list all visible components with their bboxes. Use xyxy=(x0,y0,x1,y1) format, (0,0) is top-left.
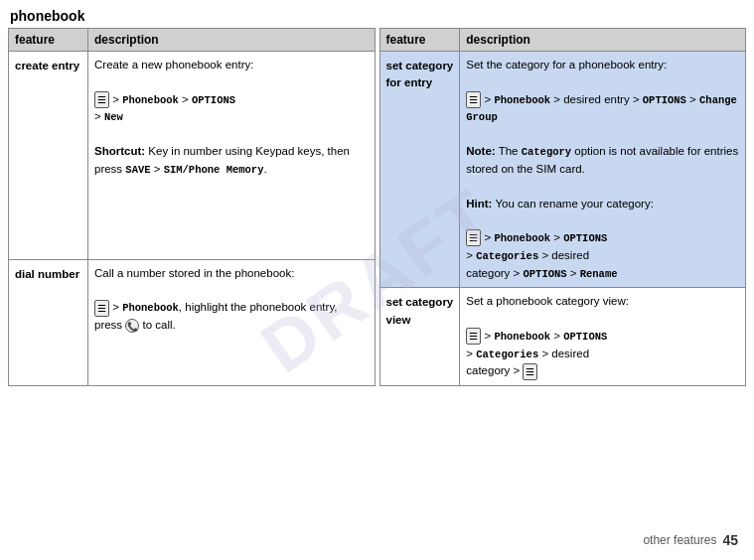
note-text: The Category option is not available for… xyxy=(466,145,738,175)
menu-icon-2: ☰ xyxy=(466,229,481,246)
right-feature-header: feature xyxy=(379,29,460,52)
description-cell: Call a number stored in the phonebook: ☰… xyxy=(88,259,376,385)
left-description-header: description xyxy=(88,29,376,52)
call-icon: 📞 xyxy=(125,319,139,333)
hint-text: You can rename your category: xyxy=(495,198,653,210)
table-row: dial number Call a number stored in the … xyxy=(9,259,376,385)
menu-path-1: > Phonebook > desired entry > OPTIONS > … xyxy=(466,93,737,123)
note-label: Note: xyxy=(466,145,495,157)
footer: other features 45 xyxy=(643,532,738,548)
left-table-header-row: feature description xyxy=(9,29,376,52)
shortcut-label: Shortcut: xyxy=(94,145,145,157)
feature-cell: set categoryfor entry xyxy=(379,52,460,288)
right-table-header-row: feature description xyxy=(379,29,746,52)
right-table: feature description set categoryfor entr… xyxy=(379,28,747,386)
footer-label: other features xyxy=(643,533,716,547)
feature-cell: set categoryview xyxy=(379,288,460,385)
table-row: set categoryview Set a phonebook categor… xyxy=(379,288,746,385)
main-layout: feature description create entry Create … xyxy=(0,28,754,386)
hint-label: Hint: xyxy=(466,198,492,210)
right-description-header: description xyxy=(460,29,746,52)
description-cell: Set the category for a phonebook entry: … xyxy=(460,52,746,288)
menu-text: > Phonebook > OPTIONS> New xyxy=(94,93,235,123)
left-table: feature description create entry Create … xyxy=(8,28,376,386)
menu-icon: ☰ xyxy=(94,300,109,317)
table-row: create entry Create a new phonebook entr… xyxy=(9,52,376,260)
menu-path-2: > Phonebook > OPTIONS> Categories > desi… xyxy=(466,231,617,279)
menu-icon-3: ☰ xyxy=(466,328,481,345)
description-cell: Create a new phonebook entry: ☰ > Phoneb… xyxy=(88,52,376,260)
menu-icon: ☰ xyxy=(94,91,109,108)
footer-page-number: 45 xyxy=(722,532,738,548)
page-title: phonebook xyxy=(0,0,754,28)
feature-cell: create entry xyxy=(9,52,88,260)
menu-icon: ☰ xyxy=(466,91,481,108)
table-row: set categoryfor entry Set the category f… xyxy=(379,52,746,288)
description-cell: Set a phonebook category view: ☰ > Phone… xyxy=(460,288,746,385)
left-feature-header: feature xyxy=(9,29,88,52)
call-text: to call. xyxy=(143,319,176,331)
menu-icon-4: ☰ xyxy=(523,363,537,380)
feature-cell: dial number xyxy=(9,259,88,385)
